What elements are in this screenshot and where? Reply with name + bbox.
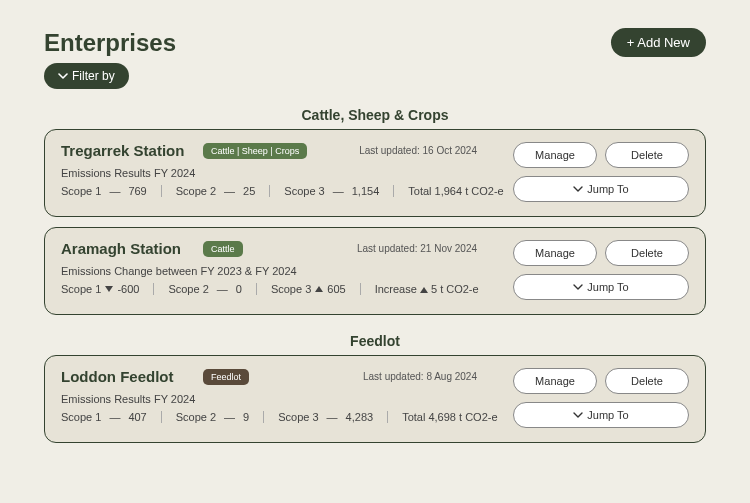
scope-label: Scope 3 bbox=[278, 411, 318, 423]
dash-icon: — bbox=[109, 185, 120, 197]
scope-item: Scope 1—407 bbox=[61, 411, 162, 423]
enterprise-name: Aramagh Station bbox=[61, 240, 191, 257]
chevron-down-icon bbox=[573, 284, 583, 290]
chevron-down-icon bbox=[573, 186, 583, 192]
scope-label: Scope 1 bbox=[61, 411, 101, 423]
enterprise-name: Tregarrek Station bbox=[61, 142, 191, 159]
dash-icon: — bbox=[333, 185, 344, 197]
dash-icon: — bbox=[109, 411, 120, 423]
jump-to-button[interactable]: Jump To bbox=[513, 176, 689, 202]
triangle-up-icon bbox=[420, 287, 428, 293]
scope-value: 4,283 bbox=[346, 411, 374, 423]
results-label: Emissions Results FY 2024 bbox=[61, 167, 497, 179]
last-updated-label: Last updated: 21 Nov 2024 bbox=[357, 243, 477, 254]
last-updated-label: Last updated: 8 Aug 2024 bbox=[363, 371, 477, 382]
scope-value: 25 bbox=[243, 185, 255, 197]
dash-icon: — bbox=[224, 411, 235, 423]
triangle-down-icon bbox=[105, 286, 113, 292]
manage-button[interactable]: Manage bbox=[513, 142, 597, 168]
scope-item: Scope 1—769 bbox=[61, 185, 162, 197]
chevron-down-icon bbox=[573, 412, 583, 418]
scope-label: Scope 3 bbox=[284, 185, 324, 197]
scope-label: Scope 2 bbox=[176, 411, 216, 423]
enterprise-tag: Cattle | Sheep | Crops bbox=[203, 143, 307, 159]
enterprise-card: Aramagh StationCattleLast updated: 21 No… bbox=[44, 227, 706, 315]
delete-button[interactable]: Delete bbox=[605, 240, 689, 266]
enterprise-name: Loddon Feedlot bbox=[61, 368, 191, 385]
delete-button[interactable]: Delete bbox=[605, 368, 689, 394]
jump-to-button[interactable]: Jump To bbox=[513, 274, 689, 300]
scope-item: Scope 2—0 bbox=[168, 283, 257, 295]
last-updated-label: Last updated: 16 Oct 2024 bbox=[359, 145, 477, 156]
dash-icon: — bbox=[217, 283, 228, 295]
triangle-up-icon bbox=[315, 286, 323, 292]
scope-value: 407 bbox=[128, 411, 146, 423]
dash-icon: — bbox=[224, 185, 235, 197]
manage-button[interactable]: Manage bbox=[513, 368, 597, 394]
jump-to-label: Jump To bbox=[587, 409, 628, 421]
total-label: Total bbox=[402, 411, 428, 423]
jump-to-label: Jump To bbox=[587, 183, 628, 195]
scope-item: Scope 1 -600 bbox=[61, 283, 154, 295]
results-label: Emissions Results FY 2024 bbox=[61, 393, 497, 405]
filter-by-button[interactable]: Filter by bbox=[44, 63, 129, 89]
scope-item: Scope 3—1,154 bbox=[284, 185, 394, 197]
scope-label: Scope 1 bbox=[61, 185, 101, 197]
scope-value: 9 bbox=[243, 411, 249, 423]
results-label: Emissions Change between FY 2023 & FY 20… bbox=[61, 265, 497, 277]
delete-button[interactable]: Delete bbox=[605, 142, 689, 168]
enterprise-card: Loddon FeedlotFeedlotLast updated: 8 Aug… bbox=[44, 355, 706, 443]
scope-label: Scope 2 bbox=[176, 185, 216, 197]
scope-label: Scope 2 bbox=[168, 283, 208, 295]
enterprise-tag: Feedlot bbox=[203, 369, 249, 385]
total-label: Total bbox=[408, 185, 434, 197]
scope-value: -600 bbox=[117, 283, 139, 295]
section-title: Feedlot bbox=[44, 333, 706, 349]
total-label: Increase bbox=[375, 283, 420, 295]
scope-value: 0 bbox=[236, 283, 242, 295]
jump-to-button[interactable]: Jump To bbox=[513, 402, 689, 428]
manage-button[interactable]: Manage bbox=[513, 240, 597, 266]
dash-icon: — bbox=[327, 411, 338, 423]
scope-label: Scope 3 bbox=[271, 283, 311, 295]
total-value: 5 t CO2-e bbox=[431, 283, 479, 295]
enterprise-tag: Cattle bbox=[203, 241, 243, 257]
page-title: Enterprises bbox=[44, 29, 176, 57]
total-value: 1,964 t CO2-e bbox=[435, 185, 504, 197]
filter-by-label: Filter by bbox=[72, 69, 115, 83]
scope-value: 1,154 bbox=[352, 185, 380, 197]
scope-total: Total 1,964 t CO2-e bbox=[408, 185, 503, 197]
scope-item: Scope 3—4,283 bbox=[278, 411, 388, 423]
scope-label: Scope 1 bbox=[61, 283, 101, 295]
chevron-down-icon bbox=[58, 73, 68, 79]
enterprise-card: Tregarrek StationCattle | Sheep | CropsL… bbox=[44, 129, 706, 217]
total-value: 4,698 t CO2-e bbox=[428, 411, 497, 423]
scope-value: 769 bbox=[128, 185, 146, 197]
scope-item: Scope 3 605 bbox=[271, 283, 361, 295]
scope-item: Scope 2—25 bbox=[176, 185, 271, 197]
scope-value: 605 bbox=[327, 283, 345, 295]
add-new-button[interactable]: + Add New bbox=[611, 28, 706, 57]
scope-item: Scope 2—9 bbox=[176, 411, 265, 423]
scope-total: Increase 5 t CO2-e bbox=[375, 283, 479, 295]
section-title: Cattle, Sheep & Crops bbox=[44, 107, 706, 123]
scope-total: Total 4,698 t CO2-e bbox=[402, 411, 497, 423]
jump-to-label: Jump To bbox=[587, 281, 628, 293]
